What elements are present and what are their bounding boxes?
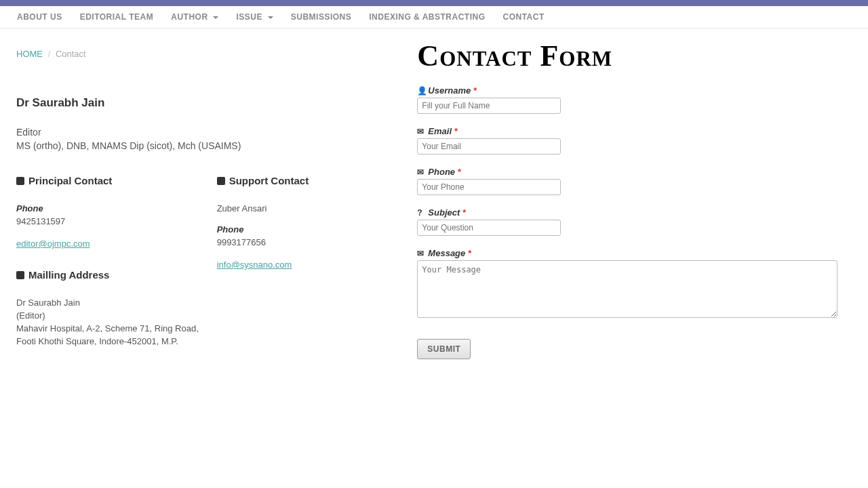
contact-person-role: Editor xyxy=(16,127,417,138)
nav-about[interactable]: ABOUT US xyxy=(8,12,71,22)
support-phone-label: Phone xyxy=(217,224,418,235)
breadcrumb-home[interactable]: HOME xyxy=(16,49,43,59)
subject-label: Subject xyxy=(428,207,460,218)
envelope-icon: ✉ xyxy=(417,127,425,136)
breadcrumb-current: Contact xyxy=(56,49,86,59)
username-label: Username xyxy=(428,85,471,96)
submit-button[interactable]: SUBMIT xyxy=(417,339,471,359)
nav-editorial[interactable]: EDITORIAL TEAM xyxy=(71,12,163,22)
required-marker: * xyxy=(454,126,458,136)
question-icon: ? xyxy=(417,208,425,218)
top-accent-bar xyxy=(0,0,868,6)
nav-author-label: AUTHOR xyxy=(171,12,208,22)
user-icon: 👤 xyxy=(417,86,425,96)
email-input[interactable] xyxy=(417,138,561,155)
mailing-line1: Dr Saurabh Jain xyxy=(16,298,217,308)
nav-submissions[interactable]: SUBMISSIONS xyxy=(282,12,361,22)
nav-indexing[interactable]: INDEXING & ABSTRACTING xyxy=(360,12,494,22)
support-name: Zuber Ansari xyxy=(217,203,418,214)
form-title: Contact Form xyxy=(417,39,852,73)
contact-person-name: Dr Saurabh Jain xyxy=(16,96,417,110)
address-book-icon xyxy=(16,271,24,279)
support-phone-value: 9993177656 xyxy=(217,237,418,247)
required-marker: * xyxy=(462,207,466,218)
nav-author[interactable]: AUTHOR xyxy=(162,12,227,22)
breadcrumb: HOME / Contact xyxy=(16,49,417,59)
username-input[interactable] xyxy=(417,98,561,114)
chevron-down-icon xyxy=(213,16,218,19)
mailing-heading: Mailling Address xyxy=(28,269,109,281)
principal-phone-label: Phone xyxy=(16,203,217,214)
link-icon xyxy=(217,177,225,185)
principal-phone-value: 9425131597 xyxy=(16,216,217,226)
address-card-icon xyxy=(16,177,24,185)
email-label: Email xyxy=(428,126,452,136)
contact-info-column: HOME / Contact Dr Saurabh Jain Editor MS… xyxy=(16,28,417,359)
principal-email-link[interactable]: editor@ojmpc.com xyxy=(16,239,90,249)
nav-issue[interactable]: ISSUE xyxy=(227,12,281,22)
envelope-icon: ✉ xyxy=(417,249,425,258)
support-heading: Support Contact xyxy=(229,175,309,186)
envelope-icon: ✉ xyxy=(417,167,425,177)
nav-issue-label: ISSUE xyxy=(236,12,262,22)
support-email-link[interactable]: info@sysnano.com xyxy=(217,260,292,270)
message-label: Message xyxy=(428,248,465,258)
principal-heading: Principal Contact xyxy=(28,175,112,186)
nav-contact[interactable]: CONTACT xyxy=(494,12,553,22)
breadcrumb-separator: / xyxy=(48,49,51,59)
phone-input[interactable] xyxy=(417,179,561,195)
principal-contact-block: Principal Contact Phone 9425131597 edito… xyxy=(16,175,217,349)
main-nav: ABOUT US EDITORIAL TEAM AUTHOR ISSUE SUB… xyxy=(0,6,868,28)
message-textarea[interactable] xyxy=(417,260,837,318)
subject-input[interactable] xyxy=(417,220,561,236)
contact-person-credentials: MS (ortho), DNB, MNAMS Dip (sicot), Mch … xyxy=(16,140,417,151)
support-contact-block: Support Contact Zuber Ansari Phone 99931… xyxy=(217,175,418,349)
required-marker: * xyxy=(458,167,461,177)
mailing-line2: (Editor) xyxy=(16,310,217,321)
mailing-line3: Mahavir Hospital, A-2, Scheme 71, Ring R… xyxy=(16,323,217,333)
contact-form-column: Contact Form 👤 Username * ✉ Email * ✉ Ph… xyxy=(417,28,852,359)
phone-label: Phone xyxy=(428,167,455,177)
required-marker: * xyxy=(468,248,471,258)
required-marker: * xyxy=(473,85,477,96)
mailing-line4: Footi Khothi Square, Indore-452001, M.P. xyxy=(16,336,217,346)
chevron-down-icon xyxy=(268,16,273,19)
